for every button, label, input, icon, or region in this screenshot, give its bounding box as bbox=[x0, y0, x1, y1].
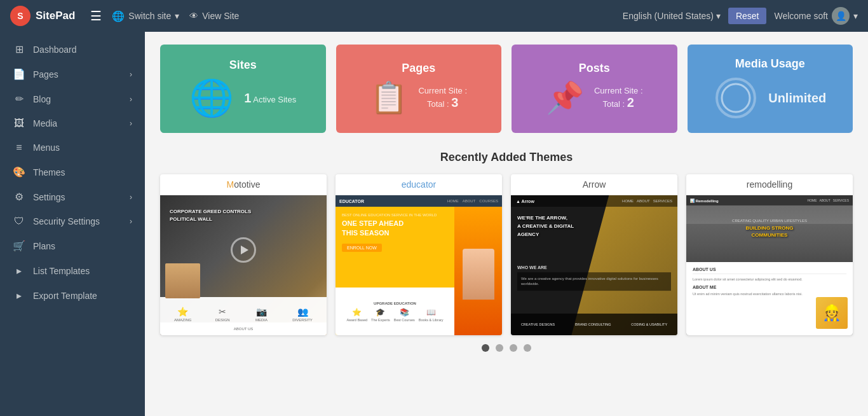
language-selector[interactable]: English (United States) ▾ bbox=[623, 11, 721, 21]
sidebar-label-blog: Blog bbox=[33, 94, 51, 104]
theme-remodelling-title: remodelling bbox=[686, 174, 853, 195]
sidebar-label-security: Security Settings bbox=[33, 216, 100, 226]
svg-point-1 bbox=[722, 84, 750, 112]
sidebar-label-dashboard: Dashboard bbox=[33, 45, 77, 55]
themes-section-title: Recently Added Themes bbox=[160, 151, 853, 164]
posts-pin-icon: 📌 bbox=[546, 80, 584, 116]
themes-section: Recently Added Themes Mototive CORPORATE… bbox=[160, 151, 853, 352]
mototive-hero-text: CORPORATE GREED CONTROLSPOLITICAL WALL bbox=[170, 208, 317, 223]
carousel-dot-1[interactable] bbox=[482, 344, 489, 352]
view-site-nav[interactable]: 👁 View Site bbox=[189, 11, 239, 21]
switch-site-label: Switch site bbox=[128, 11, 171, 21]
edu-bottom: UPGRADE EDUCATION ⭐Award Based 🎓The Expe… bbox=[336, 288, 454, 335]
remo-body: ABOUT US Lorem ipsum dolor sit amet cons… bbox=[686, 262, 853, 335]
sidebar-item-plans[interactable]: 🛒 Plans bbox=[0, 233, 145, 258]
blog-arrow: › bbox=[130, 95, 132, 104]
navbar: S SitePad ☰ 🌐 Switch site ▾ 👁 View Site … bbox=[0, 0, 868, 32]
theme-remodelling-thumbnail: CREATING QUALITY URBAN LIFESTYLES BUILDI… bbox=[686, 195, 853, 335]
language-label: English (United States) bbox=[623, 11, 714, 21]
sidebar-label-menus: Menus bbox=[33, 142, 60, 153]
carousel-dot-2[interactable] bbox=[496, 344, 503, 352]
arrow-nav: ▲ Arrow HOME ABOUT SERVICES bbox=[511, 195, 677, 207]
sidebar-item-export-template[interactable]: ▸ Export Template bbox=[0, 283, 145, 308]
sidebar-item-media[interactable]: 🖼 Media › bbox=[0, 111, 145, 135]
arrow-hero-text: WE'RE THE ARROW,A CREATIVE & DIGITALAGEN… bbox=[517, 214, 574, 239]
eye-icon: 👁 bbox=[189, 11, 198, 21]
hamburger-icon[interactable]: ☰ bbox=[90, 8, 102, 24]
themes-icon: 🎨 bbox=[13, 166, 25, 178]
sites-detail: 1 Active Sites bbox=[244, 91, 296, 106]
security-arrow: › bbox=[130, 217, 132, 226]
edu-nav: EDUCATOR HOME ABOUT COURSES bbox=[336, 195, 502, 207]
sites-globe-icon: 🌐 bbox=[189, 77, 234, 119]
brand-name: SitePad bbox=[36, 10, 75, 22]
switch-site-arrow: ▾ bbox=[175, 11, 179, 21]
sidebar-item-themes[interactable]: 🎨 Themes bbox=[0, 160, 145, 184]
pages-card[interactable]: Pages 📋 Current Site : Total : 3 bbox=[336, 45, 502, 133]
stats-row: Sites 🌐 1 Active Sites Pages 📋 bbox=[160, 45, 853, 133]
plans-icon: 🛒 bbox=[13, 240, 25, 252]
remo-worker-img: 👷 bbox=[816, 297, 848, 329]
media-card[interactable]: Media Usage Unlimited bbox=[688, 45, 853, 133]
media-circle bbox=[714, 76, 758, 120]
theme-educator-title: educator bbox=[336, 174, 502, 195]
user-arrow: ▾ bbox=[853, 11, 858, 21]
carousel-dots bbox=[160, 344, 853, 352]
sidebar-item-pages[interactable]: 📄 Pages › bbox=[0, 62, 145, 87]
layout: ⊞ Dashboard 📄 Pages › ✏ Blog › 🖼 Media ›… bbox=[0, 32, 868, 416]
pages-arrow: › bbox=[130, 70, 132, 79]
view-site-label: View Site bbox=[202, 11, 239, 21]
remo-hero: CREATING QUALITY URBAN LIFESTYLES BUILDI… bbox=[686, 195, 853, 262]
sites-card[interactable]: Sites 🌐 1 Active Sites bbox=[160, 45, 326, 133]
switch-site-nav[interactable]: 🌐 Switch site ▾ bbox=[112, 10, 179, 22]
sidebar-item-menus[interactable]: ≡ Menus bbox=[0, 135, 145, 160]
welcome-user[interactable]: Welcome soft 👤 ▾ bbox=[774, 7, 858, 25]
theme-educator-thumbnail: EDUCATOR HOME ABOUT COURSES BEST ONLINE … bbox=[336, 195, 502, 335]
sidebar-label-media: Media bbox=[33, 118, 57, 128]
avatar: 👤 bbox=[832, 7, 850, 25]
pages-detail: Current Site : Total : 3 bbox=[418, 86, 467, 110]
language-arrow: ▾ bbox=[716, 11, 721, 21]
blog-icon: ✏ bbox=[13, 93, 25, 105]
theme-mototive-thumbnail: CORPORATE GREED CONTROLSPOLITICAL WALL ⭐ bbox=[160, 195, 327, 335]
edu-person bbox=[454, 207, 502, 335]
posts-detail: Current Site : Total : 2 bbox=[594, 86, 643, 110]
pages-icon: 📋 bbox=[370, 80, 408, 116]
pages-title: Pages bbox=[402, 62, 435, 75]
sidebar-label-pages: Pages bbox=[33, 69, 58, 80]
media-title: Media Usage bbox=[735, 57, 805, 71]
welcome-label: Welcome soft bbox=[774, 11, 828, 21]
sidebar-label-list-templates: List Templates bbox=[33, 266, 90, 276]
sidebar-item-settings[interactable]: ⚙ Settings › bbox=[0, 184, 145, 209]
theme-arrow-title: Arrow bbox=[511, 174, 677, 195]
arrow-bottom-strip: CREATIVE DESIGNS BRAND CONSULTING CODING… bbox=[511, 314, 677, 335]
themes-grid: Mototive CORPORATE GREED CONTROLSPOLITIC… bbox=[160, 174, 853, 335]
media-icon: 🖼 bbox=[13, 118, 25, 129]
posts-card[interactable]: Posts 📌 Current Site : Total : 2 bbox=[512, 45, 677, 133]
brand: S SitePad bbox=[10, 6, 75, 26]
theme-card-arrow[interactable]: Arrow ▲ Arrow HOME ABOUT SERVICES bbox=[511, 174, 677, 335]
settings-icon: ⚙ bbox=[13, 191, 25, 203]
theme-card-mototive[interactable]: Mototive CORPORATE GREED CONTROLSPOLITIC… bbox=[160, 174, 327, 335]
sidebar-item-security[interactable]: 🛡 Security Settings › bbox=[0, 209, 145, 233]
sites-title: Sites bbox=[229, 59, 257, 72]
sidebar-label-themes: Themes bbox=[33, 167, 65, 177]
sidebar-label-export-template: Export Template bbox=[33, 291, 97, 301]
globe-icon: 🌐 bbox=[112, 10, 125, 22]
sidebar-item-blog[interactable]: ✏ Blog › bbox=[0, 87, 145, 111]
theme-card-educator[interactable]: educator EDUCATOR HOME ABOUT COURSES bbox=[336, 174, 502, 335]
sidebar-item-list-templates[interactable]: ▸ List Templates bbox=[0, 258, 145, 283]
sidebar-item-dashboard[interactable]: ⊞ Dashboard bbox=[0, 37, 145, 62]
theme-card-remodelling[interactable]: remodelling CREATING QUALITY URBAN LIFES… bbox=[686, 174, 853, 335]
carousel-dot-4[interactable] bbox=[524, 344, 531, 352]
reset-button[interactable]: Reset bbox=[728, 8, 767, 24]
sidebar-label-settings: Settings bbox=[33, 192, 65, 202]
carousel-dot-3[interactable] bbox=[510, 344, 517, 352]
remo-hero-overlay: CREATING QUALITY URBAN LIFESTYLES BUILDI… bbox=[732, 219, 807, 239]
sidebar-label-plans: Plans bbox=[33, 241, 55, 251]
theme-mototive-title: Mototive bbox=[160, 174, 327, 195]
posts-title: Posts bbox=[579, 62, 610, 75]
pages-icon: 📄 bbox=[13, 68, 25, 80]
settings-arrow: › bbox=[130, 193, 132, 202]
export-template-icon: ▸ bbox=[13, 289, 25, 302]
